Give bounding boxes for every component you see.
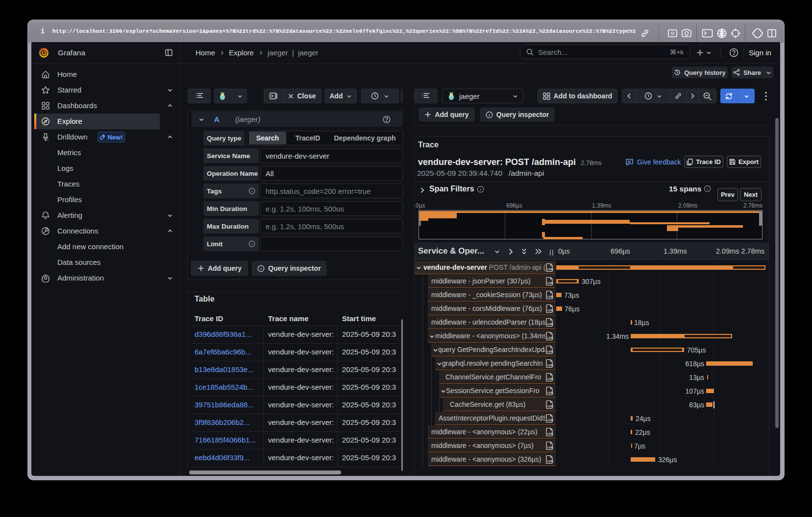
svg-text:LOG: LOG xyxy=(547,323,553,326)
svg-text:LOG: LOG xyxy=(547,432,553,435)
svg-text:LOG: LOG xyxy=(547,419,553,422)
svg-text:LOG: LOG xyxy=(547,391,553,394)
svg-text:LOG: LOG xyxy=(547,282,553,284)
svg-text:LOG: LOG xyxy=(547,405,553,408)
svg-text:LOG: LOG xyxy=(547,295,553,298)
svg-text:LOG: LOG xyxy=(547,377,553,380)
svg-text:LOG: LOG xyxy=(547,309,553,312)
svg-text:LOG: LOG xyxy=(547,460,553,463)
svg-text:LOG: LOG xyxy=(547,336,553,339)
svg-text:LOG: LOG xyxy=(547,446,553,449)
svg-text:LOG: LOG xyxy=(547,268,553,271)
svg-text:LOG: LOG xyxy=(547,364,553,367)
svg-text:LOG: LOG xyxy=(547,350,553,353)
